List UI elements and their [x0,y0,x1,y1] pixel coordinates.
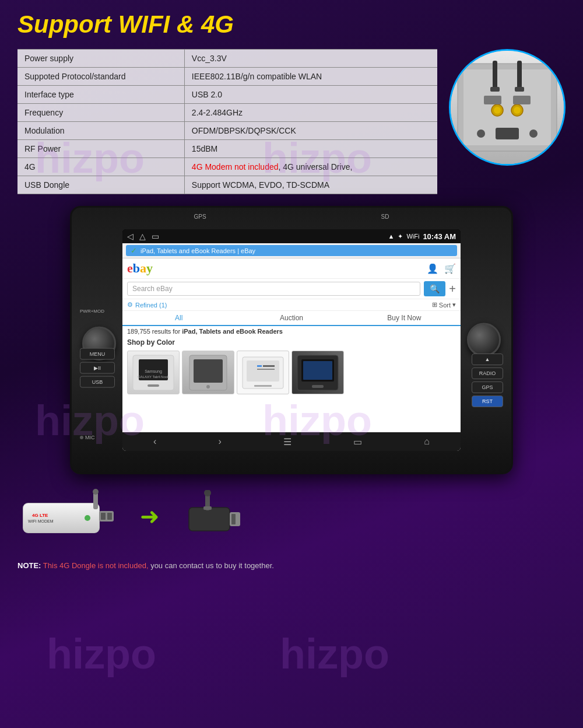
radio-button[interactable]: RADIO [472,368,503,379]
search-input[interactable]: Search eBay [127,282,420,296]
android-nav-icons: ◁ △ ▭ [127,232,159,241]
table-row: Modulation OFDM/DBPSK/DQPSK/CCK [17,122,437,140]
spec-value: IEEE802.11B/g/n compatible WLAN [184,68,437,86]
eject-button[interactable]: ▲ [472,354,503,365]
svg-point-10 [477,130,485,138]
spec-label: Frequency [17,104,184,122]
cart-icon[interactable]: 🛒 [444,263,456,274]
note-red-text: This 4G Dongle is not included, [43,561,149,570]
add-button[interactable]: + [449,282,456,296]
svg-rect-17 [147,384,159,387]
spec-value: 15dBM [184,140,437,158]
svg-point-11 [529,130,538,138]
modem-illustration: 4G LTE WIFI MODEM ➜ [17,489,241,544]
product-thumb-4[interactable] [292,351,344,394]
svg-rect-43 [189,508,230,531]
home-icon[interactable]: △ [139,232,146,241]
product-row: Samsung GALAXY Tab4·Nook [122,348,461,397]
wifi-icon: WiFi [406,233,419,240]
svg-rect-14 [513,96,531,104]
rst-button[interactable]: RST [472,396,503,407]
otg-dongle-svg [177,490,241,542]
search-button[interactable]: 🔍 [424,281,445,296]
screen: ◁ △ ▭ ▲ ✦ WiFi 10:43 AM ✓ iPad, Tablets … [122,229,461,451]
menu-nav-icon[interactable]: ☰ [283,436,292,447]
specs-table: Power supply Vcc_3.3V Suppoted Protocol/… [17,49,437,194]
spec-label: USB Dongle [17,176,184,194]
browser-chrome: ✓ iPad, Tablets and eBook Readers | eBay [122,243,461,258]
svg-point-36 [93,489,99,495]
android-status-icons: ▲ ✦ WiFi 10:43 AM [388,232,456,241]
product-thumb-3[interactable] [237,351,289,394]
table-row: 4G 4G Modem not included, 4G universal D… [17,158,437,176]
ebay-logo: ebay [127,261,153,276]
antenna-svg [452,52,563,163]
home-nav-icon[interactable]: ⌂ [424,436,430,447]
device-section: GPS SD PWR+MOD VOL MENU ▶II USB MIC ◁ [0,200,583,480]
pwr-mod-label: PWR+MOD [80,309,104,314]
svg-rect-48 [203,506,212,510]
bluetooth-icon: ✦ [398,233,403,240]
ssl-icon: ✓ [131,246,137,255]
spec-value: USB 2.0 [184,86,437,104]
ebay-header: ebay 👤 🛒 [122,258,461,279]
spec-value: Vcc_3.3V [184,50,437,68]
table-row: Power supply Vcc_3.3V [17,50,437,68]
svg-rect-2 [493,61,497,90]
product-thumb-1[interactable]: Samsung GALAXY Tab4·Nook [127,351,180,394]
svg-rect-24 [247,360,279,382]
gear-icon: ⚙ [127,301,133,309]
spec-label: Suppoted Protocol/standard [17,68,184,86]
product-thumb-2[interactable] [182,351,234,394]
back-icon[interactable]: ◁ [127,232,134,241]
time-display: 10:43 AM [423,232,456,241]
spec-value: OFDM/DBPSK/DQPSK/CCK [184,122,437,140]
arrow-icon: ➜ [140,503,160,530]
svg-text:GALAXY Tab4·Nook: GALAXY Tab4·Nook [138,375,170,379]
gps-button[interactable]: GPS [472,382,503,393]
tab-auction[interactable]: Auction [235,311,347,325]
table-row: Frequency 2.4-2.484GHz [17,104,437,122]
tab-nav-icon[interactable]: ▭ [353,436,362,447]
android-bottom-nav: ‹ › ☰ ▭ ⌂ [122,432,461,451]
svg-rect-41 [101,513,106,520]
recents-icon[interactable]: ▭ [152,232,159,241]
modem-dongle: 4G LTE WIFI MODEM [17,489,122,544]
table-row: RF Power 15dBM [17,140,437,158]
tab-buy-it-now[interactable]: Buy It Now [348,311,461,325]
results-query: iPad, Tablets and eBook Readers [182,328,283,335]
usb-button[interactable]: USB [80,376,115,388]
svg-rect-13 [484,96,501,104]
refined-badge[interactable]: ⚙ Refined (1) [127,301,167,309]
svg-rect-32 [312,385,324,388]
play-button[interactable]: ▶II [80,362,115,374]
radio-top-labels: GPS SD [194,214,389,220]
svg-point-22 [206,385,210,388]
tab-all[interactable]: All [122,311,235,326]
note-text: NOTE: This 4G Dongle is not included, yo… [17,561,566,570]
android-status-bar: ◁ △ ▭ ▲ ✦ WiFi 10:43 AM [122,229,461,243]
svg-rect-21 [194,359,223,383]
svg-rect-45 [231,514,236,524]
svg-rect-25 [254,385,272,387]
modem-svg: 4G LTE WIFI MODEM [17,489,122,541]
user-icon[interactable]: 👤 [427,263,438,274]
results-text: 189,755 results for iPad, Tablets and eB… [122,326,461,337]
table-row: USB Dongle Support WCDMA, EVDO, TD-SCDMA [17,176,437,194]
chevron-down-icon: ▾ [452,301,456,309]
sort-button[interactable]: ⊞ Sort ▾ [432,301,456,309]
back-nav-icon[interactable]: ‹ [153,436,156,447]
spec-value: 4G Modem not included, 4G universal Driv… [184,158,437,176]
red-text: 4G Modem not included [192,162,279,172]
table-row: Suppoted Protocol/standard IEEE802.11B/g… [17,68,437,86]
bottom-section: 4G LTE WIFI MODEM ➜ [0,480,583,552]
url-bar[interactable]: ✓ iPad, Tablets and eBook Readers | eBay [126,245,457,256]
svg-point-39 [85,515,90,521]
right-knob[interactable] [467,323,501,356]
car-radio: GPS SD PWR+MOD VOL MENU ▶II USB MIC ◁ [70,206,513,474]
top-section: Support WIFI & 4G Power supply Vcc_3.3V … [0,0,583,200]
menu-button[interactable]: MENU [80,348,115,360]
svg-rect-42 [107,513,112,520]
svg-point-47 [204,490,211,496]
forward-nav-icon[interactable]: › [219,436,222,447]
